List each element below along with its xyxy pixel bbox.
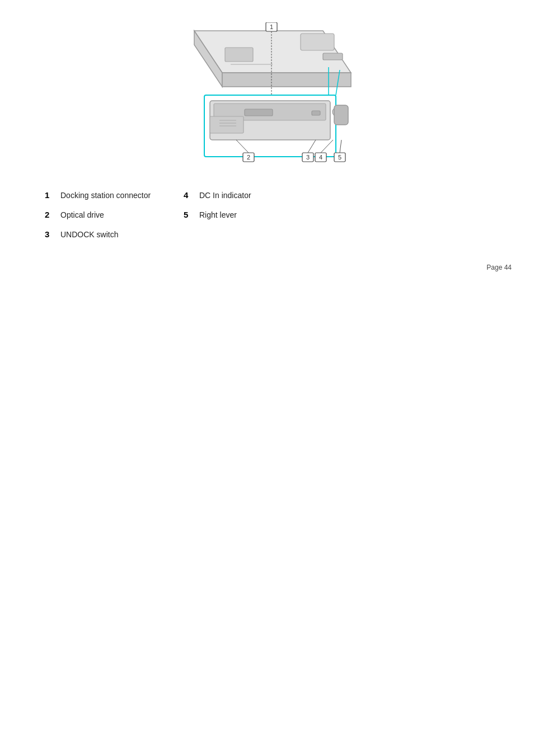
legend-number-4: 4 — [184, 190, 199, 200]
svg-rect-6 — [323, 53, 343, 60]
legend-label-4: DC In indicator — [199, 191, 251, 200]
svg-line-30 — [321, 140, 333, 153]
svg-text:2: 2 — [247, 154, 250, 161]
svg-rect-14 — [210, 116, 243, 133]
legend: 1 Docking station connector 4 DC In indi… — [34, 190, 500, 239]
legend-row-1: 1 Docking station connector 4 DC In indi… — [45, 190, 500, 200]
svg-line-33 — [340, 140, 341, 153]
page-number: Page 44 — [486, 264, 512, 271]
legend-label-3: UNDOCK switch — [60, 230, 161, 239]
legend-label-1: Docking station connector — [60, 191, 161, 200]
svg-line-27 — [308, 140, 316, 153]
svg-rect-12 — [334, 105, 348, 125]
svg-rect-3 — [301, 34, 334, 50]
diagram-area: 1 2 3 4 5 — [34, 17, 500, 173]
legend-number-3: 3 — [45, 229, 60, 239]
svg-text:5: 5 — [338, 154, 341, 161]
svg-text:3: 3 — [306, 154, 310, 161]
svg-rect-13 — [312, 111, 320, 115]
svg-rect-10 — [245, 109, 273, 116]
legend-number-2: 2 — [45, 210, 60, 219]
svg-marker-2 — [222, 73, 351, 87]
legend-number-5: 5 — [184, 210, 199, 219]
legend-row-3: 3 UNDOCK switch — [45, 229, 500, 239]
svg-text:4: 4 — [319, 154, 322, 161]
legend-label-5: Right lever — [199, 210, 237, 219]
diagram-illustration: 1 2 3 4 5 — [138, 22, 396, 173]
svg-text:1: 1 — [270, 24, 273, 30]
svg-rect-4 — [225, 48, 253, 62]
legend-row-2: 2 Optical drive 5 Right lever — [45, 210, 500, 219]
legend-number-1: 1 — [45, 190, 60, 200]
svg-line-24 — [236, 140, 249, 153]
legend-label-2: Optical drive — [60, 210, 161, 219]
page-container: 1 2 3 4 5 — [0, 0, 534, 283]
